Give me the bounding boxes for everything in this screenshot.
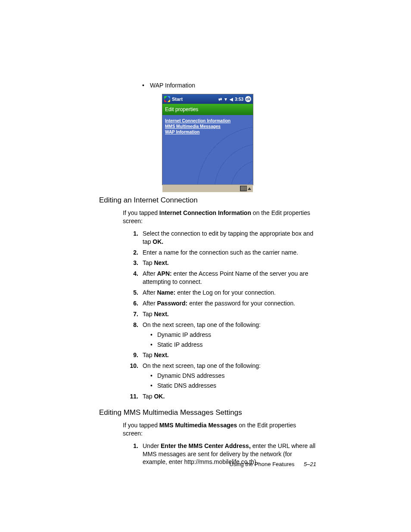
- step-text: On the next screen, tap one of the follo…: [143, 362, 316, 390]
- step-text: Tap Next.: [143, 310, 316, 318]
- triangle-up-icon: [248, 187, 251, 190]
- sync-icon: ⇄: [218, 97, 222, 102]
- bullet-icon: •: [150, 372, 157, 380]
- screenshot-link: MMS Multimedia Messages: [165, 124, 250, 129]
- step-number: 3.: [123, 259, 143, 267]
- step-number: 2.: [123, 249, 143, 257]
- screenshot-link: WAP Information: [165, 130, 250, 134]
- step-number: 10.: [123, 362, 143, 390]
- screenshot-subheader: Edit properties: [162, 104, 253, 115]
- section-intro: If you tapped MMS Multimedia Messages on…: [123, 421, 316, 438]
- screenshot-link: Internet Connection Information: [165, 118, 250, 123]
- bullet-icon: •: [150, 382, 157, 390]
- step-number: 8.: [123, 321, 143, 349]
- step-item: 6.After Password: enter the password for…: [123, 299, 316, 308]
- bullet-text: WAP Information: [150, 82, 195, 89]
- screenshot-titlebar: Start ⇄ ▼ ◀ 3:53 ok: [162, 94, 253, 104]
- step-text: Tap Next.: [143, 259, 316, 267]
- page-footer: Using the Phone Features 5–21: [229, 461, 316, 467]
- step-text: After Password: enter the password for y…: [143, 299, 316, 308]
- step-item: 4.After APN: enter the Access Point Name…: [123, 270, 316, 286]
- section-intro: If you tapped Internet Connection Inform…: [123, 209, 316, 225]
- step-item: 3.Tap Next.: [123, 259, 316, 267]
- step-item: 11.Tap OK.: [123, 392, 316, 401]
- step-number: 9.: [123, 351, 143, 359]
- step-text: Tap Next.: [143, 351, 316, 359]
- step-item: 7.Tap Next.: [123, 310, 316, 318]
- step-text: After Name: enter the Log on for your co…: [143, 289, 316, 297]
- screenshot-body: Internet Connection Information MMS Mult…: [162, 115, 253, 184]
- step-text: Select the connection to edit by tapping…: [143, 230, 316, 246]
- step-number: 1.: [123, 442, 143, 467]
- step-item: 1.Select the connection to edit by tappi…: [123, 230, 316, 246]
- step-item: 2.Enter a name for the connection such a…: [123, 249, 316, 257]
- step-number: 1.: [123, 230, 143, 246]
- bullet-item: •WAP Information: [142, 82, 316, 89]
- signal-icon: ▼: [224, 97, 228, 102]
- bullet-icon: •: [150, 331, 157, 339]
- sub-bullet-item: •Dynamic DNS addresses: [150, 372, 316, 380]
- step-item: 9.Tap Next.: [123, 351, 316, 359]
- device-screenshot: Start ⇄ ▼ ◀ 3:53 ok Edit properties Inte…: [162, 94, 253, 185]
- step-item: 8.On the next screen, tap one of the fol…: [123, 321, 316, 349]
- sub-bullet-item: •Static IP address: [150, 341, 316, 349]
- step-number: 5.: [123, 289, 143, 297]
- section-heading: Editing an Internet Connection: [99, 196, 316, 205]
- step-number: 4.: [123, 270, 143, 286]
- step-number: 7.: [123, 310, 143, 318]
- steps-list: 1.Select the connection to edit by tappi…: [99, 230, 316, 401]
- step-text: After APN: enter the Access Point Name o…: [143, 270, 316, 286]
- speaker-icon: ◀: [230, 97, 233, 102]
- sub-bullet-item: •Static DNS addresses: [150, 382, 316, 390]
- page-number: 5–21: [304, 461, 316, 467]
- sub-bullet-item: •Dynamic IP address: [150, 331, 316, 339]
- windows-flag-icon: [164, 96, 170, 102]
- ok-badge-icon: ok: [245, 96, 251, 102]
- screenshot-bottombar: [162, 184, 253, 192]
- document-page: •WAP Information Start ⇄ ▼ ◀ 3:53 ok Edi…: [0, 0, 411, 532]
- screenshot-start-label: Start: [172, 96, 183, 102]
- footer-label: Using the Phone Features: [229, 461, 294, 467]
- screenshot-time: 3:53: [235, 97, 243, 102]
- step-item: 10.On the next screen, tap one of the fo…: [123, 362, 316, 390]
- bullet-icon: •: [150, 341, 157, 349]
- bullet-icon: •: [142, 82, 150, 89]
- step-text: Enter a name for the connection such as …: [143, 249, 316, 257]
- section-heading: Editing MMS Multimedia Messages Settings: [99, 408, 316, 417]
- screenshot-status-icons: ⇄ ▼ ◀ 3:53 ok: [218, 96, 251, 102]
- step-number: 6.: [123, 299, 143, 308]
- keyboard-icon: [240, 186, 247, 191]
- step-item: 5.After Name: enter the Log on for your …: [123, 289, 316, 297]
- step-text: On the next screen, tap one of the follo…: [143, 321, 316, 349]
- step-number: 11.: [123, 392, 143, 401]
- step-text: Tap OK.: [143, 392, 316, 401]
